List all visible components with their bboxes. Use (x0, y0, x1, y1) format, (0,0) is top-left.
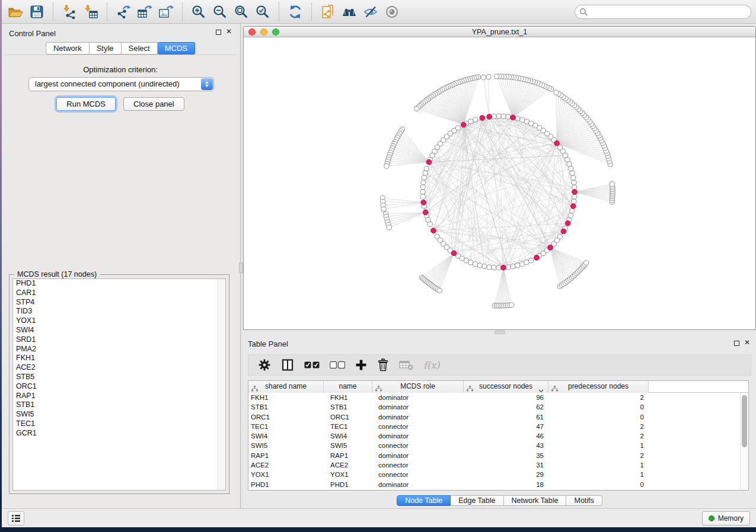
list-item[interactable]: TID3 (13, 307, 225, 316)
table-row[interactable]: ORC1ORC1dominator610 (248, 412, 748, 422)
horizontal-splitter[interactable] (243, 330, 756, 335)
delete-table-icon[interactable] (399, 357, 413, 373)
tab-network[interactable]: Network (46, 42, 90, 55)
table-row[interactable]: YOX1YOX1connector291 (248, 470, 748, 479)
tab-edge-table[interactable]: Edge Table (451, 495, 503, 506)
network-window-titlebar[interactable]: YPA_prune.txt_1 (244, 27, 755, 37)
network-from-selection-icon[interactable] (317, 2, 339, 21)
toolbar-separator (311, 3, 312, 21)
list-item[interactable]: STB5 (13, 373, 225, 382)
save-session-icon[interactable] (26, 2, 47, 21)
mcds-result-list[interactable]: PHD1CAR1STP4TID3YOX1SWI4SRD1PMA2FKH1ACE2… (12, 278, 226, 491)
zoom-out-icon[interactable] (209, 2, 231, 21)
list-item[interactable]: ORC1 (13, 382, 225, 392)
tab-mcds[interactable]: MCDS (158, 42, 195, 55)
select-all-checkboxes-icon[interactable] (304, 357, 320, 373)
search-binoculars-icon[interactable] (339, 2, 360, 21)
column-header-predecessor-nodes[interactable]: predecessor nodes (548, 381, 649, 393)
zoom-fit-icon[interactable] (231, 2, 252, 21)
zoom-in-icon[interactable] (188, 2, 209, 21)
list-item[interactable]: TEC1 (13, 419, 225, 429)
table-row[interactable]: TEC1TEC1connector472 (248, 422, 748, 431)
table-row[interactable]: ACE2ACE2connector311 (248, 460, 748, 470)
run-mcds-button[interactable]: Run MCDS (56, 97, 116, 111)
list-item[interactable]: PHD1 (13, 279, 225, 289)
column-header-MCDS-role[interactable]: MCDS role (372, 381, 464, 393)
cell-mcds_role: dominator (372, 480, 464, 489)
add-column-icon[interactable] (355, 357, 367, 373)
column-header-shared-name[interactable]: shared name (248, 381, 324, 393)
close-window-icon[interactable] (248, 28, 256, 36)
show-eye-icon[interactable] (381, 2, 403, 21)
scrollbar-thumb[interactable] (742, 395, 747, 447)
show-column-panel-icon[interactable] (281, 357, 294, 373)
tab-motifs[interactable]: Motifs (566, 495, 602, 506)
deselect-all-checkboxes-icon[interactable] (330, 357, 345, 373)
refresh-view-icon[interactable] (285, 2, 306, 21)
list-item[interactable]: SRD1 (13, 335, 225, 345)
import-network-icon[interactable] (59, 2, 80, 21)
float-panel-icon[interactable] (734, 341, 739, 346)
list-item[interactable]: PMA2 (13, 345, 225, 354)
node-table: shared namenameMCDS rolesuccessor nodesp… (248, 380, 749, 491)
optimization-criterion-select[interactable]: largest connected component (undirected) (28, 77, 214, 91)
list-item[interactable]: STP4 (13, 298, 225, 307)
status-bar: Memory (2, 508, 756, 527)
splitter-handle[interactable] (495, 331, 505, 334)
close-panel-icon[interactable]: ✕ (744, 338, 750, 347)
tab-network-table[interactable]: Network Table (504, 495, 567, 506)
float-panel-icon[interactable] (216, 30, 221, 35)
cell-name: YOX1 (324, 470, 372, 479)
table-row[interactable]: FKH1FKH1dominator962 (248, 393, 748, 402)
list-item[interactable]: SWI4 (13, 326, 225, 335)
import-table-icon[interactable] (80, 2, 101, 21)
list-item[interactable]: ACE2 (13, 363, 225, 373)
search-input[interactable] (575, 5, 751, 19)
vertical-splitter[interactable] (239, 24, 243, 508)
minimize-window-icon[interactable] (260, 28, 267, 36)
export-network-icon[interactable] (113, 2, 134, 21)
hide-eye-slash-icon[interactable] (360, 2, 381, 21)
open-file-icon[interactable] (5, 2, 26, 21)
cell-predecessor_nodes: 2 (548, 393, 649, 402)
toolbar-separator (53, 3, 53, 21)
column-settings-gear-icon[interactable] (258, 357, 271, 373)
export-image-icon[interactable] (155, 2, 177, 21)
column-header-name[interactable]: name (324, 381, 372, 393)
export-table-icon[interactable] (134, 2, 155, 21)
list-item[interactable]: STB1 (13, 400, 225, 410)
table-scrollbar[interactable] (740, 393, 748, 489)
cell-predecessor_nodes: 1 (548, 441, 649, 450)
delete-column-trash-icon[interactable] (377, 357, 389, 373)
cell-successor_nodes: 62 (464, 402, 548, 412)
tab-select[interactable]: Select (122, 42, 158, 55)
list-item[interactable]: GCR1 (13, 429, 225, 438)
table-row[interactable]: STB1STB1dominator620 (248, 402, 748, 412)
memory-button[interactable]: Memory (702, 511, 750, 525)
close-panel-button[interactable]: Close panel (123, 97, 184, 111)
cell-shared_name: SWI5 (248, 441, 324, 450)
search-icon (579, 8, 588, 18)
zoom-selected-icon[interactable] (252, 2, 273, 21)
close-panel-icon[interactable]: ✕ (226, 27, 232, 36)
function-builder-icon[interactable]: f(x) (423, 357, 439, 373)
tab-style[interactable]: Style (90, 42, 122, 55)
panel-menu-button[interactable] (8, 511, 24, 525)
list-scrollbar[interactable] (218, 279, 225, 490)
table-row[interactable]: PHD1PHD1dominator180 (248, 480, 748, 489)
list-item[interactable]: SWI5 (13, 410, 225, 419)
cell-name: ORC1 (324, 412, 372, 422)
column-header-successor-nodes[interactable]: successor nodes (464, 381, 548, 393)
table-row[interactable]: RAP1RAP1dominator352 (248, 451, 748, 460)
maximize-window-icon[interactable] (272, 28, 279, 36)
splitter-handle[interactable] (239, 262, 243, 273)
list-item[interactable]: FKH1 (13, 354, 225, 363)
list-item[interactable]: YOX1 (13, 316, 225, 326)
network-graph[interactable] (244, 37, 755, 329)
tab-node-table[interactable]: Node Table (397, 495, 451, 506)
network-canvas[interactable] (244, 37, 755, 329)
table-row[interactable]: SWI5SWI5connector431 (248, 441, 748, 450)
list-item[interactable]: RAP1 (13, 392, 225, 401)
table-row[interactable]: SWI4SWI4dominator462 (248, 431, 748, 441)
list-item[interactable]: CAR1 (13, 289, 225, 298)
